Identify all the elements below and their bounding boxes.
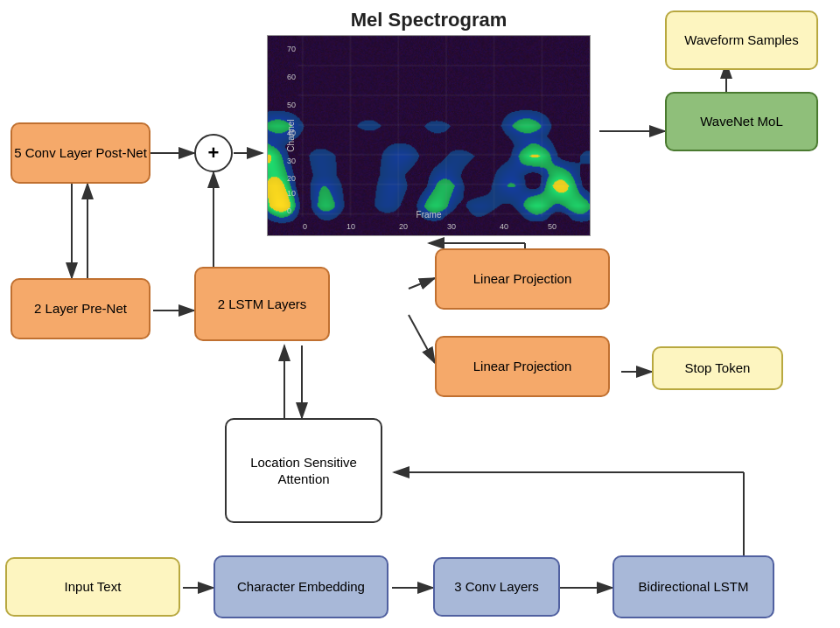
lstm-layers-node: 2 LSTM Layers bbox=[194, 267, 330, 341]
svg-line-9 bbox=[409, 315, 435, 363]
wavenet-mol-node: WaveNet MoL bbox=[665, 92, 818, 151]
diagram: Mel Spectrogram Frame Channel 0 10 20 30… bbox=[0, 0, 840, 628]
prenet-node: 2 Layer Pre-Net bbox=[10, 278, 150, 339]
plus-circle-node: + bbox=[194, 134, 233, 172]
spectrogram-title: Mel Spectrogram bbox=[351, 9, 508, 31]
char-embedding-node: Character Embedding bbox=[214, 555, 388, 618]
linear-proj-1-node: Linear Projection bbox=[435, 248, 610, 310]
spectrogram-container: Mel Spectrogram Frame Channel 0 10 20 30… bbox=[258, 9, 599, 241]
svg-line-8 bbox=[409, 278, 435, 289]
bidir-lstm-node: Bidirectional LSTM bbox=[612, 555, 774, 618]
conv-layers-node: 3 Conv Layers bbox=[433, 557, 560, 617]
attention-node: Location Sensitive Attention bbox=[225, 418, 382, 523]
stop-token-node: Stop Token bbox=[652, 346, 783, 390]
spectrogram-image: Frame Channel 0 10 20 30 40 50 70 60 50 … bbox=[267, 35, 591, 236]
waveform-samples-node: Waveform Samples bbox=[665, 10, 818, 70]
postnet-node: 5 Conv Layer Post-Net bbox=[10, 122, 150, 184]
linear-proj-2-node: Linear Projection bbox=[435, 336, 610, 397]
input-text-node: Input Text bbox=[5, 557, 180, 617]
